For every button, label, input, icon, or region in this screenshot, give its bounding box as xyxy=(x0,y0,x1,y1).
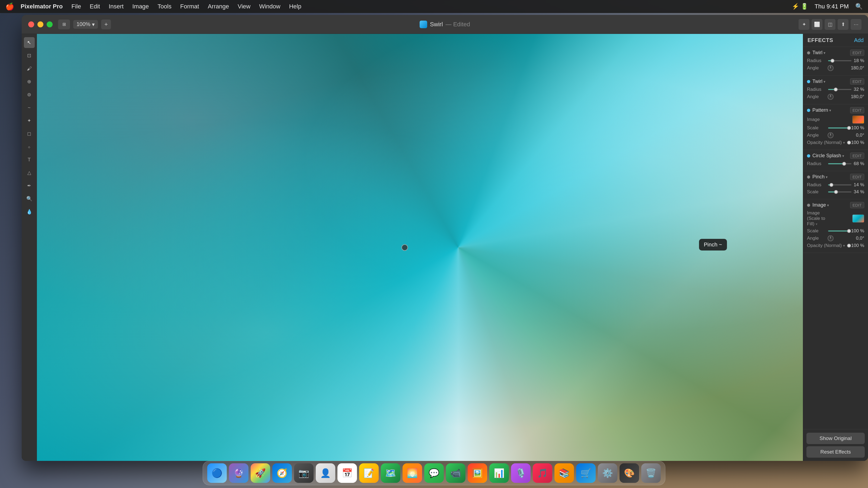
dock-launchpad[interactable]: 🚀 xyxy=(251,463,270,483)
titlebar: ⊞ 100% ▾ + Swirl — Edited ✦ ⬜ ◫ ⬆ ⋯ xyxy=(22,15,868,34)
twirl1-edit[interactable]: EDIT xyxy=(850,50,864,56)
dock-photos[interactable]: 🌅 xyxy=(403,463,422,483)
tool-text[interactable]: T xyxy=(24,154,35,165)
canvas-center-dot[interactable] xyxy=(401,244,408,251)
dock-trash[interactable]: 🗑️ xyxy=(641,463,661,483)
pattern-angle-knob[interactable] xyxy=(828,132,834,138)
pattern-opacity-slider[interactable] xyxy=(847,142,849,143)
zoom-display[interactable]: 100% ▾ xyxy=(73,20,98,29)
tool-zoom[interactable]: 🔍 xyxy=(24,193,35,204)
tool-erase[interactable]: ◻ xyxy=(24,128,35,139)
pattern-angle-value: 0,0° xyxy=(856,133,864,138)
image-effect-opacity-slider[interactable] xyxy=(847,245,849,246)
menu-file[interactable]: File xyxy=(71,3,81,10)
dock-facetime[interactable]: 📹 xyxy=(446,463,465,483)
tool-pen[interactable]: ✒ xyxy=(24,180,35,191)
pinch-active-dot[interactable] xyxy=(807,175,810,178)
tool-heal[interactable]: ⊕ xyxy=(24,76,35,87)
circle-splash-chevron[interactable]: ▾ xyxy=(842,154,844,158)
tool-gradient[interactable]: ⬦ xyxy=(24,141,35,152)
tool-paint[interactable]: 🖌 xyxy=(24,63,35,74)
image-effect-scale-label: Scale xyxy=(807,228,826,234)
tool-cursor[interactable]: ↖ xyxy=(24,37,35,48)
menu-tools[interactable]: Tools xyxy=(158,3,172,10)
pattern-chevron[interactable]: ▾ xyxy=(829,108,831,112)
show-original-button[interactable]: Show Original xyxy=(806,433,865,444)
circle-splash-edit[interactable]: EDIT xyxy=(850,153,864,159)
tool-sharpen[interactable]: ✦ xyxy=(24,115,35,126)
add-effect-button[interactable]: Add xyxy=(854,37,864,43)
menu-help[interactable]: Help xyxy=(289,3,301,10)
twirl2-active-dot[interactable] xyxy=(807,80,810,83)
dock-podcasts[interactable]: 🎙️ xyxy=(511,463,531,483)
pattern-edit[interactable]: EDIT xyxy=(850,107,864,113)
view-toggle-button[interactable]: ⊞ xyxy=(58,20,70,29)
pinch-radius-slider[interactable] xyxy=(828,184,851,186)
menu-view[interactable]: View xyxy=(238,3,250,10)
dock-appstore[interactable]: 🛒 xyxy=(576,463,596,483)
reset-effects-button[interactable]: Reset Effects xyxy=(806,446,865,458)
image-effect-active-dot[interactable] xyxy=(807,204,810,207)
tool-crop[interactable]: ⊡ xyxy=(24,50,35,61)
circle-splash-active-dot[interactable] xyxy=(807,154,810,158)
image-effect-chevron[interactable]: ▾ xyxy=(827,203,829,207)
dock-contacts[interactable]: 👤 xyxy=(316,463,335,483)
dock-calendar[interactable]: 📅 xyxy=(337,463,357,483)
menu-format[interactable]: Format xyxy=(180,3,199,10)
dock-music[interactable]: 🎵 xyxy=(533,463,552,483)
menu-app-name[interactable]: Pixelmator Pro xyxy=(21,3,63,10)
close-button[interactable] xyxy=(28,22,34,27)
menu-window[interactable]: Window xyxy=(259,3,280,10)
tool-colorpicker[interactable]: 💧 xyxy=(24,206,35,217)
twirl1-active-dot[interactable] xyxy=(807,51,810,55)
dock-pixelmator[interactable]: 🎨 xyxy=(620,463,639,483)
pinch-edit[interactable]: EDIT xyxy=(850,174,864,180)
twirl2-angle-knob[interactable] xyxy=(828,94,834,100)
twirl2-edit[interactable]: EDIT xyxy=(850,78,864,85)
menu-insert[interactable]: Insert xyxy=(109,3,124,10)
dock-photos-lib[interactable]: 🖼️ xyxy=(468,463,487,483)
image-effect-angle-knob[interactable] xyxy=(828,235,834,241)
pattern-image-thumb[interactable] xyxy=(852,116,864,124)
pattern-scale-slider[interactable] xyxy=(828,127,849,129)
dock-finder[interactable]: 🔵 xyxy=(207,463,227,483)
circle-splash-radius-slider[interactable] xyxy=(828,163,851,164)
image-effect-scale-slider[interactable] xyxy=(828,230,849,231)
dock-photo-app[interactable]: 📷 xyxy=(294,463,314,483)
tool-shape[interactable]: △ xyxy=(24,167,35,178)
image-effect-thumb[interactable] xyxy=(852,215,864,223)
twirl1-chevron[interactable]: ▾ xyxy=(824,51,826,55)
apple-menu[interactable]: 🍎 xyxy=(5,2,14,11)
dock-siri[interactable]: 🔮 xyxy=(229,463,248,483)
dock-safari[interactable]: 🧭 xyxy=(272,463,292,483)
more-tool[interactable]: ⋯ xyxy=(850,19,862,30)
twirl1-angle-knob[interactable] xyxy=(828,65,834,71)
dock-settings[interactable]: ⚙️ xyxy=(598,463,617,483)
effects-tool[interactable]: ✦ xyxy=(799,19,809,30)
dock-numbers[interactable]: 📊 xyxy=(489,463,509,483)
menu-edit[interactable]: Edit xyxy=(90,3,100,10)
dock-messages[interactable]: 💬 xyxy=(424,463,444,483)
adjust-tool[interactable]: ◫ xyxy=(825,19,835,30)
dock-notes[interactable]: 📝 xyxy=(359,463,379,483)
share-tool[interactable]: ⬆ xyxy=(838,19,848,30)
dock-maps[interactable]: 🗺️ xyxy=(381,463,400,483)
twirl1-radius-slider[interactable] xyxy=(828,60,851,61)
menu-image[interactable]: Image xyxy=(132,3,149,10)
canvas-area[interactable]: Pinch ~ xyxy=(37,34,803,461)
twirl2-radius-slider[interactable] xyxy=(828,89,851,90)
menubar-search[interactable]: 🔍 xyxy=(855,3,863,10)
add-canvas-button[interactable]: + xyxy=(101,20,111,29)
image-effect-edit[interactable]: EDIT xyxy=(850,202,864,208)
minimize-button[interactable] xyxy=(37,22,43,27)
twirl2-chevron[interactable]: ▾ xyxy=(824,79,826,84)
crop-tool[interactable]: ⬜ xyxy=(812,19,823,30)
dock-books[interactable]: 📚 xyxy=(554,463,574,483)
pinch-chevron[interactable]: ▾ xyxy=(826,175,828,179)
tool-smudge[interactable]: ~ xyxy=(24,102,35,113)
tool-clone[interactable]: ⊚ xyxy=(24,89,35,100)
menu-arrange[interactable]: Arrange xyxy=(208,3,229,10)
pinch-scale-slider[interactable] xyxy=(828,191,851,193)
pattern-active-dot[interactable] xyxy=(807,109,810,112)
fullscreen-button[interactable] xyxy=(46,22,53,27)
